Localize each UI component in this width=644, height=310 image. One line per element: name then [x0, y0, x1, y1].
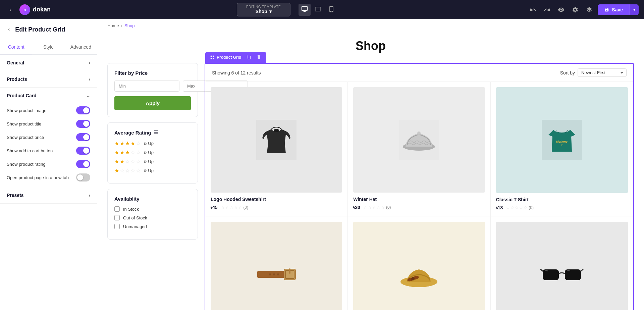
redo-button[interactable]	[541, 4, 553, 15]
sidebar-back-button[interactable]: ‹	[7, 25, 11, 34]
product-stars-3: ☆ ☆ ☆ ☆ ☆ (0)	[506, 205, 534, 210]
filter-sidebar: Filter by Price Apply Average Rating ☰	[107, 63, 198, 310]
save-dropdown-button[interactable]: ▾	[630, 4, 639, 15]
dokan-logo-icon: D	[19, 4, 30, 15]
topbar-back-button[interactable]: ‹	[5, 5, 15, 15]
show-add-to-cart-toggle[interactable]	[76, 147, 90, 155]
availability-unmanaged[interactable]: Unmanaged	[114, 224, 191, 229]
sidebar-section-general: General ›	[0, 55, 97, 71]
availability-in-stock[interactable]: In Stock	[114, 206, 191, 212]
product-price-3: ৳18	[496, 205, 503, 211]
average-rating-box: Average Rating ☰ ★ ★ ★ ★ ☆ & Up	[107, 122, 198, 184]
breadcrumb-home[interactable]: Home	[107, 23, 119, 28]
svg-rect-14	[289, 268, 290, 274]
svg-point-16	[273, 273, 275, 275]
rating-row-2[interactable]: ★ ★ ☆ ☆ ☆ & Up	[114, 158, 191, 165]
star2: ★	[120, 158, 124, 165]
device-tablet-button[interactable]	[312, 4, 324, 16]
products-section-header[interactable]: Products ›	[0, 71, 97, 87]
save-button[interactable]: Save	[598, 4, 630, 15]
out-of-stock-checkbox[interactable]	[114, 215, 120, 220]
product-card-2[interactable]: Winter Hat ৳20 ☆ ☆ ☆ ☆ ☆ (0)	[348, 82, 490, 216]
svg-text:Mehene: Mehene	[556, 140, 568, 143]
layers-button[interactable]	[584, 4, 595, 15]
breadcrumb-separator: ›	[121, 23, 122, 28]
star3: ★	[125, 149, 130, 156]
product-price-1: ৳45	[211, 205, 218, 210]
star2: ★	[120, 140, 124, 147]
open-new-tab-row: Open product page in a new tab	[0, 171, 97, 184]
and-up-4: & Up	[144, 141, 154, 146]
device-icons	[299, 4, 337, 16]
product-card-6[interactable]	[491, 216, 633, 310]
device-mobile-button[interactable]	[325, 4, 337, 16]
in-stock-checkbox[interactable]	[114, 206, 120, 212]
grid-copy-button[interactable]	[244, 53, 254, 62]
undo-button[interactable]	[527, 4, 539, 15]
product-price-row-1: ৳45 ☆ ☆ ☆ ☆ ☆ (0)	[211, 205, 342, 210]
products-grid: Logo Hooded Sweatshirt ৳45 ☆ ☆ ☆ ☆ ☆ (0)	[205, 82, 633, 310]
star2: ★	[120, 149, 124, 156]
filter-by-price-box: Filter by Price Apply	[107, 63, 198, 117]
product-price-2: ৳20	[353, 205, 360, 210]
rating-row-3[interactable]: ★ ★ ★ ☆ ☆ & Up	[114, 149, 191, 156]
svg-point-15	[277, 273, 279, 275]
svg-point-6	[417, 132, 421, 135]
price-inputs	[114, 81, 191, 92]
star5: ☆	[136, 149, 141, 156]
svg-point-3	[274, 129, 279, 132]
availability-out-of-stock[interactable]: Out of Stock	[114, 215, 191, 220]
show-product-price-row: Show product price	[0, 131, 97, 144]
availability-title: Availablity	[114, 196, 191, 202]
general-section-header[interactable]: General ›	[0, 55, 97, 71]
sort-select[interactable]: Newest First Oldest First Price: Low to …	[578, 68, 627, 77]
star4: ☆	[130, 158, 135, 165]
product-name-1: Logo Hooded Sweatshirt	[211, 197, 342, 202]
apply-button[interactable]: Apply	[114, 96, 191, 110]
show-product-price-toggle[interactable]	[76, 133, 90, 141]
sunhat-image	[353, 222, 485, 310]
device-desktop-button[interactable]	[299, 4, 311, 16]
page-title: Shop	[97, 32, 644, 63]
show-product-rating-toggle[interactable]	[76, 160, 90, 168]
rating-row-4[interactable]: ★ ★ ★ ★ ☆ & Up	[114, 140, 191, 147]
presets-section-header[interactable]: Presets ›	[0, 187, 97, 203]
unmanaged-checkbox[interactable]	[114, 224, 120, 229]
tab-style[interactable]: Style	[32, 40, 64, 54]
show-product-title-toggle[interactable]	[76, 120, 90, 128]
star1: ★	[114, 167, 119, 174]
and-up-2: & Up	[144, 159, 154, 164]
show-product-image-row: Show product image	[0, 104, 97, 117]
rating-row-1[interactable]: ★ ☆ ☆ ☆ ☆ & Up	[114, 167, 191, 174]
star5: ☆	[136, 158, 141, 165]
breadcrumb: Home › Shop	[97, 19, 644, 32]
show-add-to-cart-label: Show add to cart button	[7, 148, 53, 153]
preview-button[interactable]	[555, 4, 567, 15]
svg-point-17	[269, 273, 271, 275]
product-card-5[interactable]	[348, 216, 490, 310]
settings-button[interactable]	[570, 4, 581, 15]
show-product-price-label: Show product price	[7, 135, 44, 140]
product-card-section-header[interactable]: Product Card ⌄	[0, 88, 97, 104]
star4: ★	[130, 140, 135, 147]
and-up-3: & Up	[144, 150, 154, 155]
tab-advanced[interactable]: Advanced	[65, 40, 97, 54]
tab-content[interactable]: Content	[0, 40, 32, 54]
product-name-2: Winter Hat	[353, 197, 485, 202]
star4: ☆	[130, 167, 135, 174]
sidebar-header: ‹ Edit Product Grid	[0, 19, 97, 40]
sort-area: Sort by Newest First Oldest First Price:…	[560, 68, 627, 77]
template-name: Shop ▾	[256, 9, 272, 14]
show-product-image-toggle[interactable]	[76, 106, 90, 114]
results-count: Showing 6 of 12 results	[212, 70, 261, 75]
product-image-belt	[211, 222, 342, 310]
price-min-input[interactable]	[114, 81, 179, 92]
template-selector[interactable]: EDITING TEMPLATE Shop ▾	[237, 3, 290, 16]
general-chevron-icon: ›	[89, 60, 90, 65]
product-card-1[interactable]: Logo Hooded Sweatshirt ৳45 ☆ ☆ ☆ ☆ ☆ (0)	[205, 82, 348, 216]
product-card-3[interactable]: Mehene it Classic T-Shirt ৳18 ☆	[491, 82, 633, 216]
product-card-4[interactable]	[205, 216, 348, 310]
stars-1: ★ ☆ ☆ ☆ ☆	[114, 167, 141, 174]
open-new-tab-toggle[interactable]	[76, 173, 90, 182]
grid-delete-button[interactable]	[254, 53, 264, 62]
